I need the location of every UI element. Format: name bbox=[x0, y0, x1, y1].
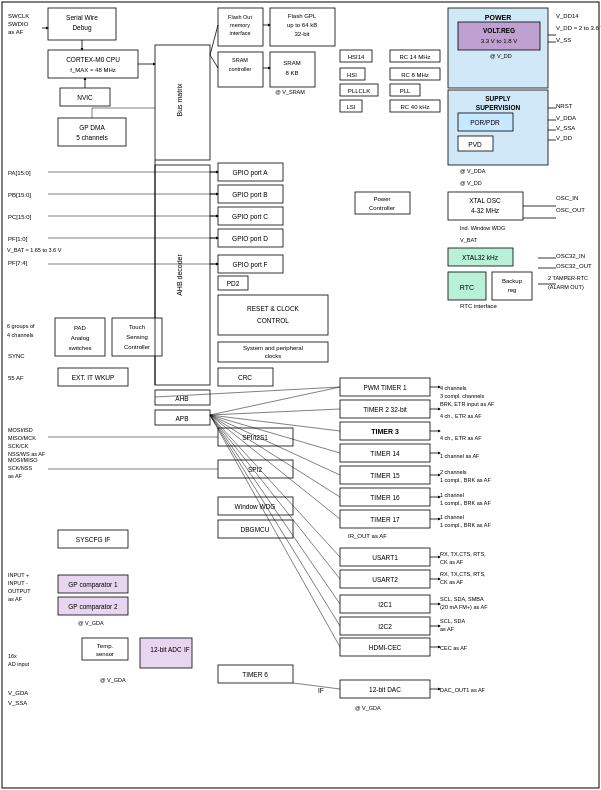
svg-text:clocks: clocks bbox=[265, 353, 282, 359]
svg-text:RC 40 kHz: RC 40 kHz bbox=[400, 104, 429, 110]
svg-text:INPUT -: INPUT - bbox=[8, 580, 28, 586]
svg-text:GP comparator 2: GP comparator 2 bbox=[68, 603, 118, 611]
svg-text:XTAL OSC: XTAL OSC bbox=[469, 197, 501, 204]
svg-text:POR/PDR: POR/PDR bbox=[470, 119, 500, 126]
svg-text:GPIO port B: GPIO port B bbox=[232, 191, 267, 199]
svg-text:@ V_GDA: @ V_GDA bbox=[355, 705, 381, 711]
svg-text:TIMER 3: TIMER 3 bbox=[371, 428, 399, 435]
svg-line-249 bbox=[210, 409, 340, 415]
svg-text:XTAL32 kHz: XTAL32 kHz bbox=[462, 254, 499, 261]
svg-text:8 KB: 8 KB bbox=[285, 70, 298, 76]
svg-text:PF[1:0]: PF[1:0] bbox=[8, 236, 28, 242]
svg-text:APB: APB bbox=[175, 415, 188, 422]
svg-text:Bus matrix: Bus matrix bbox=[176, 83, 183, 117]
svg-text:2 channels: 2 channels bbox=[440, 469, 467, 475]
svg-text:TIMER 6: TIMER 6 bbox=[242, 671, 268, 678]
svg-text:V_GDA: V_GDA bbox=[8, 690, 28, 696]
svg-text:@ V_GDA: @ V_GDA bbox=[78, 620, 104, 626]
svg-text:memory: memory bbox=[230, 22, 250, 28]
svg-text:LSI: LSI bbox=[346, 104, 355, 110]
svg-text:SCK/CK: SCK/CK bbox=[8, 443, 29, 449]
svg-text:MOSI/MISO: MOSI/MISO bbox=[8, 457, 38, 463]
svg-text:RX, TX,CTS, RTS,: RX, TX,CTS, RTS, bbox=[440, 551, 486, 557]
svg-text:1 channel as AF: 1 channel as AF bbox=[440, 453, 480, 459]
svg-text:PB[15:0]: PB[15:0] bbox=[8, 192, 31, 198]
svg-text:CRC: CRC bbox=[238, 374, 252, 381]
svg-text:SYNC: SYNC bbox=[8, 353, 25, 359]
svg-text:1 compl., BRK as AF: 1 compl., BRK as AF bbox=[440, 477, 491, 483]
svg-text:SRAM: SRAM bbox=[283, 60, 300, 66]
svg-text:Controller: Controller bbox=[369, 205, 395, 211]
svg-text:GPIO port F: GPIO port F bbox=[232, 261, 267, 269]
svg-text:GPIO port C: GPIO port C bbox=[232, 213, 268, 221]
svg-text:reg: reg bbox=[508, 287, 517, 293]
svg-text:controller: controller bbox=[229, 66, 252, 72]
svg-text:Analog: Analog bbox=[71, 335, 90, 341]
svg-text:TIMER 2 32-bit: TIMER 2 32-bit bbox=[363, 406, 407, 413]
svg-text:V_DD14: V_DD14 bbox=[556, 13, 579, 19]
svg-text:RC 8 MHz: RC 8 MHz bbox=[401, 72, 429, 78]
svg-text:PC[15:0]: PC[15:0] bbox=[8, 214, 32, 220]
svg-text:IR_OUT as AF: IR_OUT as AF bbox=[348, 533, 387, 539]
svg-text:PWM TIMER 1: PWM TIMER 1 bbox=[363, 384, 407, 391]
svg-text:AHB decoder: AHB decoder bbox=[176, 254, 183, 296]
svg-text:HSI14: HSI14 bbox=[348, 54, 365, 60]
svg-text:Sensing: Sensing bbox=[126, 334, 148, 340]
svg-text:TIMER 15: TIMER 15 bbox=[370, 472, 400, 479]
svg-text:Ind. Window WDG: Ind. Window WDG bbox=[460, 225, 505, 231]
svg-text:TIMER 16: TIMER 16 bbox=[370, 494, 400, 501]
svg-text:4-32 MHz: 4-32 MHz bbox=[471, 207, 500, 214]
svg-text:OSC32_IN: OSC32_IN bbox=[556, 253, 585, 259]
svg-text:(ALARM OUT): (ALARM OUT) bbox=[548, 284, 584, 290]
svg-text:4 channels: 4 channels bbox=[7, 332, 34, 338]
svg-text:USART2: USART2 bbox=[372, 576, 398, 583]
svg-text:RTC: RTC bbox=[460, 284, 474, 291]
svg-text:1 channel: 1 channel bbox=[440, 514, 464, 520]
svg-rect-123 bbox=[218, 295, 328, 335]
svg-text:SCL, SDA: SCL, SDA bbox=[440, 618, 465, 624]
svg-text:SCK/NSS: SCK/NSS bbox=[8, 465, 32, 471]
svg-text:SUPPLY: SUPPLY bbox=[485, 95, 511, 102]
svg-text:RESET & CLOCK: RESET & CLOCK bbox=[247, 305, 300, 312]
svg-text:PA[15:0]: PA[15:0] bbox=[8, 170, 31, 176]
svg-text:up to 64 kB: up to 64 kB bbox=[287, 22, 317, 28]
svg-text:@ V_DDA: @ V_DDA bbox=[460, 168, 486, 174]
svg-text:RTC interface: RTC interface bbox=[460, 303, 498, 309]
svg-text:RC 14 MHz: RC 14 MHz bbox=[399, 54, 430, 60]
svg-text:12-bit ADC: 12-bit ADC bbox=[150, 646, 182, 653]
diagram-svg: SWCLK SWDIO as AF Serial Wire Debug CORT… bbox=[0, 0, 601, 790]
svg-text:EXT. IT  WKUP: EXT. IT WKUP bbox=[72, 374, 115, 381]
svg-text:Touch: Touch bbox=[129, 324, 145, 330]
svg-text:GPIO port A: GPIO port A bbox=[232, 169, 268, 177]
svg-text:IF: IF bbox=[184, 646, 190, 653]
svg-text:PLLCLK: PLLCLK bbox=[348, 88, 370, 94]
svg-text:OSC_OUT: OSC_OUT bbox=[556, 207, 585, 213]
svg-text:1 compl., BRK as AF: 1 compl., BRK as AF bbox=[440, 500, 491, 506]
svg-line-232 bbox=[210, 25, 218, 55]
svg-text:CK as AF: CK as AF bbox=[440, 579, 464, 585]
svg-text:HSI: HSI bbox=[347, 72, 357, 78]
svg-text:System and peripheral: System and peripheral bbox=[243, 345, 303, 351]
svg-line-253 bbox=[210, 415, 340, 497]
svg-text:VOLT.REG: VOLT.REG bbox=[483, 27, 515, 34]
svg-text:NVIC: NVIC bbox=[77, 94, 93, 101]
svg-text:SYSCFG IF: SYSCFG IF bbox=[76, 536, 110, 543]
svg-text:switches: switches bbox=[68, 345, 91, 351]
svg-text:POWER: POWER bbox=[485, 14, 511, 21]
svg-text:Flash GPL: Flash GPL bbox=[288, 13, 317, 19]
svg-text:f_MAX = 48 MHz: f_MAX = 48 MHz bbox=[70, 67, 116, 73]
svg-text:Debug: Debug bbox=[72, 24, 92, 32]
svg-text:IF: IF bbox=[318, 687, 324, 694]
svg-text:SWDIO: SWDIO bbox=[8, 21, 29, 27]
svg-text:1 channel: 1 channel bbox=[440, 492, 464, 498]
svg-text:1 compl., BRK as AF: 1 compl., BRK as AF bbox=[440, 522, 491, 528]
svg-rect-90 bbox=[58, 118, 126, 146]
svg-text:TIMER 17: TIMER 17 bbox=[370, 516, 400, 523]
svg-text:PD2: PD2 bbox=[227, 280, 240, 287]
svg-line-287 bbox=[293, 683, 340, 689]
svg-text:Controller: Controller bbox=[124, 344, 150, 350]
svg-text:4 channels: 4 channels bbox=[440, 385, 467, 391]
svg-text:@ V_DD: @ V_DD bbox=[490, 53, 512, 59]
svg-text:as AF: as AF bbox=[8, 473, 23, 479]
svg-text:4 ch., ETR as AF: 4 ch., ETR as AF bbox=[440, 435, 482, 441]
